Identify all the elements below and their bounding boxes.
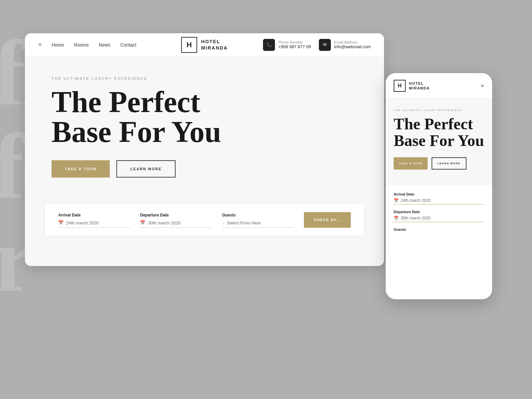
email-value: info@webmail.com bbox=[334, 44, 371, 49]
email-contact: ✉ Email Address info@webmail.com bbox=[319, 39, 371, 51]
learn-more-button[interactable]: LEARN MORE bbox=[116, 160, 176, 178]
desktop-contact-info: 📞 Phone Number +908 987 877 09 ✉ Email A… bbox=[263, 39, 371, 51]
desktop-logo: H HOTELMIRANDA bbox=[181, 37, 228, 53]
mobile-logo-text: HOTELMIRANDA bbox=[409, 81, 481, 91]
mobile-logo-h-box: H bbox=[394, 80, 406, 92]
hero-title: The Perfect Base For You bbox=[52, 87, 357, 147]
phone-value: +908 987 877 09 bbox=[278, 44, 311, 49]
mobile-hero-buttons: TAKE A TOUR LEARN MORE bbox=[394, 157, 484, 170]
hero-subtitle: THE ULTIMATE LUXURY EXPERIENCE bbox=[52, 76, 357, 80]
email-label: Email Address bbox=[334, 40, 371, 44]
logo-h-box: H bbox=[181, 37, 197, 53]
mobile-title-line1: The Perfect bbox=[394, 115, 473, 133]
nav-home[interactable]: Home bbox=[52, 42, 64, 48]
mobile-arrival-label: Arrival Date bbox=[394, 192, 484, 196]
mobile-arrival-value: 24th march 2020 bbox=[401, 198, 431, 203]
mobile-departure-label: Departure Date bbox=[394, 210, 484, 214]
phone-icon: 📞 bbox=[263, 39, 275, 51]
phone-label: Phone Number bbox=[278, 40, 311, 44]
logo-text: HOTELMIRANDA bbox=[201, 39, 228, 51]
phone-text: Phone Number +908 987 877 09 bbox=[278, 40, 311, 49]
desktop-mockup: ≡ Home Rooms News Contact H HOTELMIRANDA… bbox=[25, 33, 384, 266]
nav-news[interactable]: News bbox=[99, 42, 110, 48]
mobile-guests-label: Guests bbox=[394, 227, 484, 231]
departure-date-label: Departure Date bbox=[140, 213, 212, 217]
desktop-hero: THE ULTIMATE LUXURY EXPERIENCE The Perfe… bbox=[25, 57, 384, 204]
hero-title-line2: Base For You bbox=[52, 115, 221, 148]
departure-date-field: Departure Date 📅 30th march 2020 bbox=[140, 213, 212, 228]
mobile-hamburger-icon[interactable]: ≡ bbox=[481, 82, 484, 89]
mobile-arrival-field: Arrival Date 📅 24th march 2020 bbox=[394, 192, 484, 204]
chevron-down-icon: ↓ bbox=[222, 220, 224, 225]
guests-label: Guests bbox=[222, 213, 294, 217]
email-text: Email Address info@webmail.com bbox=[334, 40, 371, 49]
desktop-nav: Home Rooms News Contact bbox=[52, 42, 136, 48]
nav-rooms[interactable]: Rooms bbox=[74, 42, 89, 48]
check-availability-button[interactable]: CHECK AV... bbox=[304, 212, 351, 228]
departure-date-value: 30th march 2020 bbox=[148, 220, 181, 225]
mobile-departure-input[interactable]: 📅 30th march 2020 bbox=[394, 216, 484, 222]
mobile-calendar-arrival-icon: 📅 bbox=[394, 198, 399, 203]
calendar-icon-arrival: 📅 bbox=[58, 220, 64, 225]
mobile-booking: Arrival Date 📅 24th march 2020 Departure… bbox=[386, 186, 492, 243]
hero-buttons: TAKE A TOUR LEARN MORE bbox=[52, 160, 357, 178]
mobile-mockup: H HOTELMIRANDA ≡ THE ULTIMATE LUXURY EXP… bbox=[386, 73, 492, 299]
arrival-date-input[interactable]: 📅 24th march 2020 bbox=[58, 220, 130, 228]
hero-title-line1: The Perfect bbox=[52, 85, 200, 118]
guests-placeholder: Select From Here bbox=[227, 220, 261, 225]
nav-contact[interactable]: Contact bbox=[120, 42, 136, 48]
guests-input[interactable]: ↓ Select From Here bbox=[222, 220, 294, 228]
mobile-hero: THE ULTIMATE LUXURY EXPERIENCE The Perfe… bbox=[386, 99, 492, 186]
guests-field: Guests ↓ Select From Here bbox=[222, 213, 294, 228]
mobile-learn-more-button[interactable]: LEARN MORE bbox=[432, 157, 466, 170]
mobile-hero-subtitle: THE ULTIMATE LUXURY EXPERIENCE bbox=[394, 109, 484, 112]
arrival-date-label: Arrival Date bbox=[58, 213, 130, 217]
mobile-navbar: H HOTELMIRANDA ≡ bbox=[386, 73, 492, 99]
desktop-navbar: ≡ Home Rooms News Contact H HOTELMIRANDA… bbox=[25, 33, 384, 57]
mobile-title-line2: Base For You bbox=[394, 132, 484, 149]
arrival-date-value: 24th march 2020 bbox=[66, 220, 99, 225]
phone-contact: 📞 Phone Number +908 987 877 09 bbox=[263, 39, 311, 51]
mobile-take-a-tour-button[interactable]: TAKE A TOUR bbox=[394, 157, 428, 170]
hamburger-icon[interactable]: ≡ bbox=[38, 41, 42, 48]
mobile-arrival-input[interactable]: 📅 24th march 2020 bbox=[394, 198, 484, 204]
booking-bar: Arrival Date 📅 24th march 2020 Departure… bbox=[45, 204, 364, 236]
calendar-icon-departure: 📅 bbox=[140, 220, 145, 225]
take-a-tour-button[interactable]: TAKE A TOUR bbox=[52, 160, 110, 178]
mobile-guests-field: Guests bbox=[394, 227, 484, 231]
arrival-date-field: Arrival Date 📅 24th march 2020 bbox=[58, 213, 130, 228]
mobile-departure-field: Departure Date 📅 30th march 2020 bbox=[394, 210, 484, 222]
mobile-hero-title: The Perfect Base For You bbox=[394, 116, 484, 149]
email-icon: ✉ bbox=[319, 39, 331, 51]
mobile-calendar-departure-icon: 📅 bbox=[394, 216, 399, 220]
mobile-departure-value: 30th march 2020 bbox=[401, 216, 431, 220]
departure-date-input[interactable]: 📅 30th march 2020 bbox=[140, 220, 212, 228]
